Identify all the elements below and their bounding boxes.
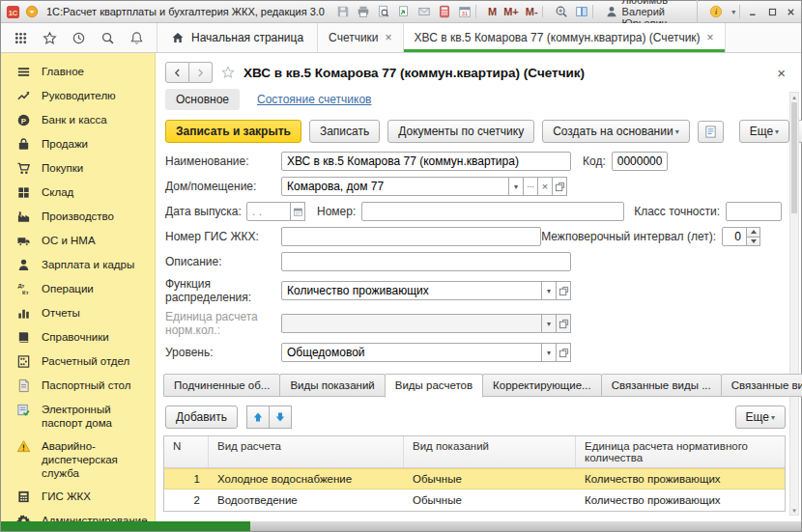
sidebar-item[interactable]: Склад xyxy=(1,181,155,205)
accuracy-input[interactable] xyxy=(726,202,782,221)
issue-date-calendar-icon[interactable] xyxy=(290,202,305,221)
sidebar-item[interactable]: Электронный паспорт дома xyxy=(1,398,155,434)
table-row[interactable]: 1 Холодное водоснабжение Обычные Количес… xyxy=(164,468,785,490)
export-icon[interactable] xyxy=(397,5,411,18)
history-icon[interactable] xyxy=(72,31,86,45)
favorites-star-icon[interactable] xyxy=(43,31,57,45)
svg-text:Кт: Кт xyxy=(22,290,29,295)
maximize-button[interactable] xyxy=(766,4,777,19)
close-window-button[interactable] xyxy=(786,4,796,19)
sidebar-item[interactable]: Покупки xyxy=(1,156,155,181)
sidebar-item[interactable]: Аварийно-диспетчерская служба xyxy=(1,434,155,485)
back-button[interactable] xyxy=(165,62,189,83)
gis-number-input[interactable] xyxy=(281,227,541,246)
window-tab[interactable]: ХВС в кв.5 Комарова 77 (коммун.квартира)… xyxy=(403,23,726,52)
table-more-button[interactable]: Еще xyxy=(735,406,786,429)
meter-documents-button[interactable]: Документы по счетчику xyxy=(387,120,534,143)
name-input[interactable] xyxy=(281,152,571,171)
detail-tab[interactable]: Виды расчетов xyxy=(385,374,483,398)
split-icon[interactable] xyxy=(575,5,588,18)
distribution-open-icon[interactable] xyxy=(556,281,571,300)
close-form-icon[interactable] xyxy=(777,66,786,80)
home-tab[interactable]: Начальная страница xyxy=(157,23,317,52)
sidebar-item[interactable]: Главное xyxy=(1,60,155,84)
level-input[interactable] xyxy=(281,343,542,362)
system-menu-icon[interactable] xyxy=(25,5,39,18)
forward-button[interactable] xyxy=(189,62,213,83)
sidebar-item[interactable]: ОС и НМА xyxy=(1,229,155,253)
vertical-scrollbar[interactable] xyxy=(789,92,799,516)
house-choose-icon[interactable] xyxy=(523,177,538,196)
house-clear-icon[interactable] xyxy=(537,177,553,196)
search-icon[interactable] xyxy=(100,31,115,45)
add-row-button[interactable]: Добавить xyxy=(165,406,238,429)
sidebar-item[interactable]: ДтКт Операции xyxy=(1,277,155,301)
code-input[interactable] xyxy=(612,152,668,171)
minimize-button[interactable] xyxy=(748,4,759,19)
house-dropdown-icon[interactable] xyxy=(508,177,524,196)
column-header[interactable]: N xyxy=(164,436,209,467)
detail-tab[interactable]: Связанные виды ... xyxy=(721,374,802,397)
detail-tab[interactable]: Связанные виды ... xyxy=(601,374,722,397)
send-icon[interactable] xyxy=(417,5,431,18)
tab-close-icon[interactable] xyxy=(707,32,714,43)
detail-tab[interactable]: Подчиненные об... xyxy=(163,374,280,397)
calendar-icon[interactable]: 31 xyxy=(458,5,472,18)
house-open-icon[interactable] xyxy=(552,177,567,196)
column-header[interactable]: Единица расчета нормативного количества xyxy=(576,436,785,467)
memory-button[interactable]: M- xyxy=(526,6,538,17)
info-menu[interactable]: i xyxy=(705,5,740,18)
meter-state-link[interactable]: Состояние счетчиков xyxy=(257,93,372,106)
move-up-icon[interactable] xyxy=(246,406,270,429)
column-header[interactable]: Вид расчета xyxy=(209,436,404,467)
level-open-icon[interactable] xyxy=(556,343,571,362)
sidebar-item[interactable]: Зарплата и кадры xyxy=(1,253,155,277)
name-row: Наименование: Код: xyxy=(165,152,786,171)
sidebar-item[interactable]: ГИС ЖКХ xyxy=(1,485,155,509)
detail-tab[interactable]: Виды показаний xyxy=(279,374,385,397)
reports-button[interactable] xyxy=(698,121,724,143)
preview-icon[interactable] xyxy=(377,5,390,18)
nav-main-chip[interactable]: Основное xyxy=(165,89,240,110)
number-input[interactable] xyxy=(361,202,624,221)
level-dropdown-icon[interactable] xyxy=(541,343,557,362)
distribution-input[interactable] xyxy=(281,281,542,300)
scrollbar-thumb[interactable] xyxy=(791,102,797,213)
tab-close-icon[interactable] xyxy=(386,32,392,43)
column-header[interactable]: Вид показаний xyxy=(404,436,576,467)
sidebar-item[interactable]: Отчеты xyxy=(1,301,155,325)
memory-button[interactable]: M xyxy=(488,6,497,17)
sidebar-item[interactable]: Расчетный отдел xyxy=(1,350,155,374)
memory-button[interactable]: M+ xyxy=(503,6,519,17)
window-tab[interactable]: Счетчики xyxy=(317,23,402,52)
house-input[interactable] xyxy=(281,177,509,196)
zoom-icon[interactable] xyxy=(555,5,568,18)
detail-tab[interactable]: Корректирующие... xyxy=(482,374,602,397)
table-row[interactable]: 2 Водоотведение Обычные Количество прожи… xyxy=(164,490,785,511)
scroll-down-icon[interactable] xyxy=(790,506,798,515)
issue-date-input[interactable] xyxy=(246,202,291,221)
sidebar-item[interactable]: Р Банк и касса xyxy=(1,108,155,132)
sidebar-item[interactable]: Справочники xyxy=(1,325,155,350)
save-icon[interactable] xyxy=(336,5,350,18)
sidebar-item[interactable]: Производство xyxy=(1,205,155,229)
apps-icon[interactable] xyxy=(14,31,28,45)
interval-down-icon[interactable] xyxy=(746,237,760,247)
save-button[interactable]: Записать xyxy=(309,120,380,143)
scroll-up-icon[interactable] xyxy=(790,93,798,101)
sidebar-item[interactable]: Администрирование xyxy=(1,509,155,521)
notifications-bell-icon[interactable] xyxy=(129,31,144,45)
create-based-on-button[interactable]: Создать на основании xyxy=(542,120,690,143)
sidebar-item[interactable]: Паспортный стол xyxy=(1,374,155,398)
description-input[interactable] xyxy=(281,252,571,271)
distribution-dropdown-icon[interactable] xyxy=(541,281,557,300)
sidebar-item[interactable]: Продажи xyxy=(1,132,155,156)
sidebar-item[interactable]: Руководителю xyxy=(1,84,155,108)
favorite-star-icon[interactable] xyxy=(221,66,235,79)
save-and-close-button[interactable]: Записать и закрыть xyxy=(165,120,301,143)
more-button[interactable]: Еще xyxy=(739,120,789,143)
print-icon[interactable] xyxy=(357,5,370,18)
interval-input[interactable] xyxy=(722,227,747,246)
move-down-icon[interactable] xyxy=(269,406,292,429)
calculator-icon[interactable] xyxy=(438,5,451,18)
